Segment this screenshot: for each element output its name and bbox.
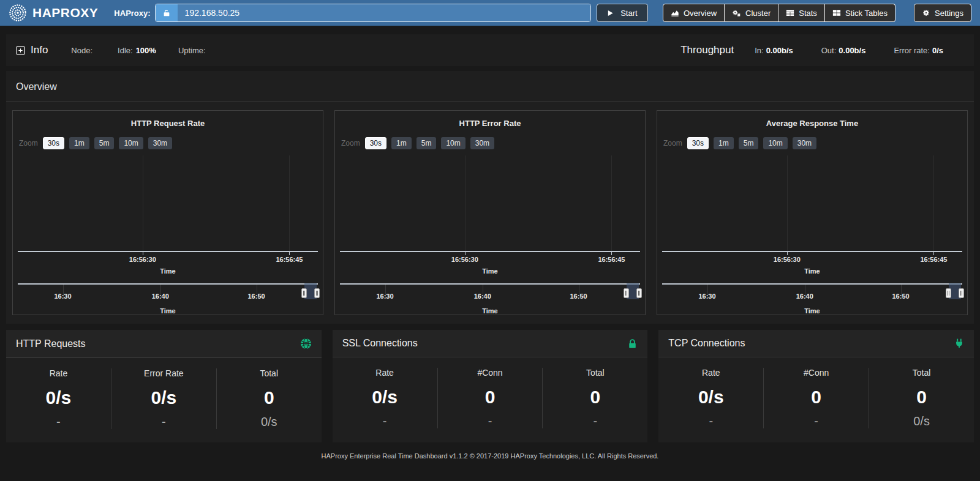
top-navbar: HAPROXY HAProxy: Start Overview — [0, 0, 980, 26]
metric-label: Total — [869, 368, 974, 378]
unlock-button[interactable] — [156, 4, 178, 21]
plus-square-icon[interactable] — [16, 46, 25, 55]
chart-panel: HTTP Request Rate Zoom 30s 1m 5m 10m 30m — [12, 110, 323, 315]
chart-plot-area — [662, 155, 962, 252]
info-field-label: Node: — [71, 46, 92, 55]
x-axis-title: Time — [13, 267, 323, 275]
metric-column: Rate 0/s - — [333, 368, 437, 428]
footer-text: HAProxy Enterprise Real Time Dashboard v… — [0, 452, 980, 460]
metric-label: Rate — [333, 368, 437, 378]
globe-icon — [300, 338, 312, 349]
chart-navigator[interactable]: 16:30 16:40 16:50 — [340, 283, 640, 305]
card-title: TCP Connections — [668, 338, 745, 349]
metric-sub-value: - — [111, 415, 216, 429]
navigator-tick-label: 16:50 — [247, 293, 265, 300]
zoom-option-3[interactable]: 10m — [441, 137, 465, 149]
settings-button[interactable]: Settings — [914, 4, 971, 22]
zoom-option-4[interactable]: 30m — [470, 137, 494, 149]
x-axis-title: Time — [335, 267, 645, 275]
zoom-option-1[interactable]: 1m — [391, 137, 412, 149]
zoom-option-1[interactable]: 1m — [714, 137, 734, 149]
chart-title: HTTP Error Rate — [335, 119, 645, 128]
navigator-right-handle[interactable] — [636, 288, 642, 298]
zoom-range-selector: Zoom 30s 1m 5m 10m 30m — [19, 137, 323, 149]
nav-button-overview[interactable]: Overview — [663, 4, 725, 22]
metric-sub-value: - — [333, 414, 437, 428]
navigator-axis-title: Time — [13, 307, 323, 315]
navigator-axis-title: Time — [657, 307, 967, 315]
zoom-option-0[interactable]: 30s — [365, 137, 386, 149]
nav-button-label: Overview — [684, 9, 717, 18]
navigator-right-handle[interactable] — [314, 288, 320, 298]
metric-value: 0 — [764, 387, 869, 408]
start-button[interactable]: Start — [597, 4, 648, 22]
navigator-tick-label: 16:40 — [796, 293, 813, 300]
x-axis-tick-label: 16:56:30 — [451, 256, 478, 263]
metric-cards-row: HTTP Requests Rate 0/s - — [6, 330, 974, 442]
x-axis-tick-label: 16:56:30 — [129, 256, 156, 263]
chart-navigator[interactable]: 16:30 16:40 16:50 — [18, 283, 318, 305]
card-http-requests: HTTP Requests Rate 0/s - — [6, 330, 322, 442]
zoom-option-3[interactable]: 10m — [763, 137, 787, 149]
zoom-label: Zoom — [19, 139, 38, 147]
zoom-label: Zoom — [663, 139, 682, 147]
zoom-option-0[interactable]: 30s — [687, 137, 709, 149]
chart-panel: HTTP Error Rate Zoom 30s 1m 5m 10m 30m — [334, 110, 646, 315]
info-field: Node: — [71, 46, 96, 55]
info-field: Idle:100% — [118, 46, 156, 55]
brand-text: HAPROXY — [32, 6, 98, 20]
zoom-option-3[interactable]: 10m — [119, 137, 143, 149]
metric-column: Total 0 0/s — [869, 368, 974, 428]
nav-button-stick-tables[interactable]: Stick Tables — [825, 4, 895, 22]
address-input[interactable] — [178, 4, 590, 21]
navigator-tick-label: 16:30 — [376, 293, 393, 300]
zoom-option-2[interactable]: 5m — [94, 137, 115, 149]
metric-value: 0 — [438, 387, 543, 408]
chart-navigator[interactable]: 16:30 16:40 16:50 — [662, 283, 962, 305]
metric-sub-value: 0/s — [217, 415, 322, 429]
x-axis-title: Time — [657, 267, 967, 275]
chart-title: Average Response Time — [657, 119, 967, 128]
navigator-selected-range[interactable] — [627, 283, 639, 299]
throughput-title: Throughput — [680, 44, 734, 56]
metric-label: Total — [543, 368, 647, 378]
metric-column: Rate 0/s - — [6, 368, 111, 429]
play-icon — [607, 10, 614, 17]
metric-value: 0/s — [6, 387, 111, 408]
navigator-left-handle[interactable] — [301, 288, 307, 298]
metric-column: Total 0 - — [542, 368, 647, 428]
zoom-option-4[interactable]: 30m — [148, 137, 172, 149]
throughput-item-value: 0.00b/s — [766, 46, 793, 55]
zoom-option-2[interactable]: 5m — [739, 137, 759, 149]
info-fields: Node: Idle:100% Uptime: — [71, 46, 208, 55]
metric-value: 0/s — [111, 387, 216, 408]
navigator-left-handle[interactable] — [624, 288, 629, 298]
navigator-tick-label: 16:40 — [152, 293, 169, 300]
nav-button-cluster[interactable]: Cluster — [725, 4, 778, 22]
zoom-option-2[interactable]: 5m — [417, 137, 437, 149]
navigator-right-handle[interactable] — [959, 288, 964, 298]
chart-panel: Average Response Time Zoom 30s 1m 5m 10m… — [657, 110, 968, 315]
metric-sub-value: - — [6, 415, 111, 429]
navigator-left-handle[interactable] — [946, 288, 951, 298]
metric-column: #Conn 0 - — [763, 368, 869, 428]
plug-icon — [954, 338, 964, 348]
metric-column: Rate 0/s - — [658, 368, 763, 428]
zoom-option-4[interactable]: 30m — [793, 137, 816, 149]
zoom-option-0[interactable]: 30s — [43, 137, 64, 149]
navigator-axis-title: Time — [335, 307, 645, 315]
metric-label: Rate — [6, 368, 111, 378]
metric-sub-value: 0/s — [869, 414, 974, 428]
navigator-selected-range[interactable] — [304, 283, 317, 299]
zoom-range-selector: Zoom 30s 1m 5m 10m 30m — [663, 137, 967, 149]
zoom-option-1[interactable]: 1m — [69, 137, 89, 149]
navigator-selected-range[interactable] — [949, 283, 961, 299]
nav-button-label: Stick Tables — [845, 9, 888, 18]
chart-plot-area — [18, 155, 318, 252]
nav-button-stats[interactable]: Stats — [778, 4, 825, 22]
x-axis-tick-label: 16:56:45 — [598, 256, 625, 263]
card-title: HTTP Requests — [16, 338, 86, 349]
throughput-item-label: Out: — [821, 46, 837, 55]
info-field-label: Idle: — [118, 46, 133, 55]
haproxy-logo-icon — [9, 4, 27, 22]
